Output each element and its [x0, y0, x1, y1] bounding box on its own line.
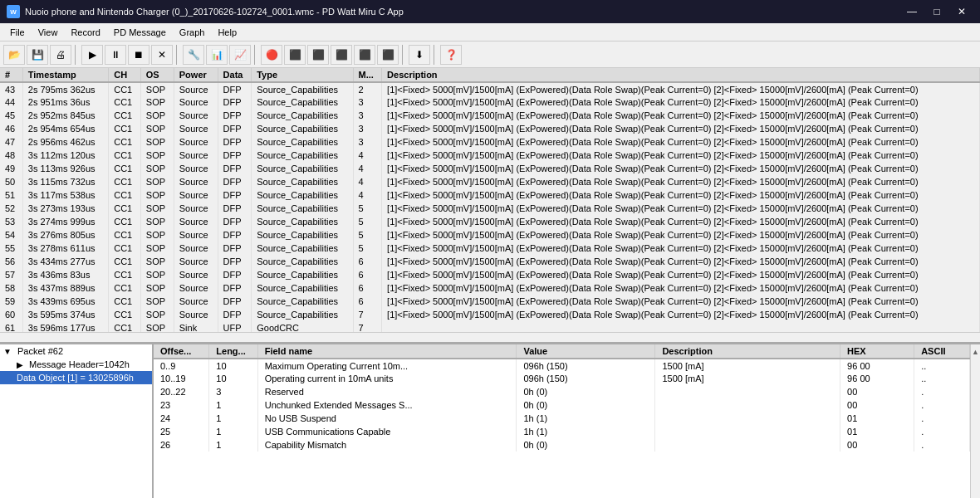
toolbar-button-15[interactable]: ⬛ [307, 45, 329, 65]
menu-item-help[interactable]: Help [211, 26, 243, 39]
cell-6: Source_Capabilities [252, 281, 353, 295]
tree-data-object[interactable]: Data Object [1] = 13025896h [0, 371, 152, 384]
table-row[interactable]: 503s 115ms 732usCC1SOPSourceDFPSource_Ca… [0, 175, 980, 188]
toolbar-button-1[interactable]: 💾 [27, 45, 48, 65]
table-row[interactable]: 452s 952ms 845usCC1SOPSourceDFPSource_Ca… [0, 109, 980, 122]
cell-4: Source [174, 175, 218, 188]
toolbar-separator [254, 45, 257, 65]
fcol-value: Value [517, 344, 655, 359]
field-table: Offse... Leng... Field name Value Descri… [154, 344, 970, 452]
toolbar-button-13[interactable]: 🔴 [261, 45, 282, 65]
field-row[interactable]: 261Capability Mismatch0h (0)00. [154, 438, 970, 452]
table-row[interactable]: 533s 274ms 999usCC1SOPSourceDFPSource_Ca… [0, 215, 980, 228]
table-row[interactable]: 603s 595ms 374usCC1SOPSourceDFPSource_Ca… [0, 308, 980, 321]
title-bar: W Nuoio phone and Nintendo Charger (0_)_… [0, 0, 980, 23]
col-ch: CH [109, 68, 141, 82]
cell-3: SOP [140, 135, 174, 149]
toolbar-button-22[interactable]: ❓ [440, 45, 462, 65]
field-cell-0: 20..22 [154, 385, 209, 398]
cell-6: Source_Capabilities [252, 175, 353, 188]
table-row[interactable]: 483s 112ms 120usCC1SOPSourceDFPSource_Ca… [0, 149, 980, 162]
cell-4: Source [174, 135, 218, 149]
menu-item-graph[interactable]: Graph [173, 26, 212, 39]
cell-5: DFP [218, 215, 252, 228]
tree-packet-item[interactable]: ▼ Packet #62 [0, 344, 152, 358]
table-row[interactable]: 543s 276ms 805usCC1SOPSourceDFPSource_Ca… [0, 228, 980, 242]
close-button[interactable]: ✕ [950, 3, 973, 20]
cell-8: [1]<Fixed> 5000[mV]/1500[mA] (ExPowered)… [382, 175, 980, 188]
table-row[interactable]: 462s 954ms 654usCC1SOPSourceDFPSource_Ca… [0, 122, 980, 135]
cell-3: SOP [140, 109, 174, 122]
field-cell-5: 01 [840, 425, 914, 438]
tree-message-header[interactable]: ▶ Message Header=1042h [0, 358, 152, 371]
table-row[interactable]: 513s 117ms 538usCC1SOPSourceDFPSource_Ca… [0, 188, 980, 202]
field-cell-1: 1 [209, 412, 257, 425]
toolbar-button-14[interactable]: ⬛ [284, 45, 306, 65]
toolbar-button-17[interactable]: ⬛ [354, 45, 375, 65]
cell-2: CC1 [109, 109, 141, 122]
menu-item-record[interactable]: Record [64, 26, 106, 39]
cell-6: Source_Capabilities [252, 95, 353, 109]
toolbar-button-16[interactable]: ⬛ [331, 45, 352, 65]
cell-8: [1]<Fixed> 5000[mV]/1500[mA] (ExPowered)… [382, 162, 980, 175]
toolbar-button-0[interactable]: 📂 [3, 45, 25, 65]
table-row[interactable]: 493s 113ms 926usCC1SOPSourceDFPSource_Ca… [0, 162, 980, 175]
maximize-button[interactable]: □ [925, 3, 948, 20]
cell-5: DFP [218, 109, 252, 122]
menu-item-pd message[interactable]: PD Message [107, 26, 173, 39]
table-row[interactable]: 432s 795ms 362usCC1SOPSourceDFPSource_Ca… [0, 82, 980, 95]
field-row[interactable]: 251USB Communications Capable1h (1)01. [154, 425, 970, 438]
toolbar-button-9[interactable]: 🔧 [183, 45, 204, 65]
field-row[interactable]: 20..223Reserved0h (0)00. [154, 385, 970, 398]
field-row[interactable]: 231Unchunked Extended Messages S...0h (0… [154, 398, 970, 412]
toolbar-button-2[interactable]: 🖨 [50, 45, 71, 65]
cell-0: 44 [0, 95, 22, 109]
toolbar-button-5[interactable]: ⏸ [105, 45, 126, 65]
table-row[interactable]: 472s 956ms 462usCC1SOPSourceDFPSource_Ca… [0, 135, 980, 149]
field-row[interactable]: 0..910Maximum Operating Current 10m...09… [154, 359, 970, 372]
toolbar-button-7[interactable]: ✕ [151, 45, 173, 65]
toolbar-button-11[interactable]: 📈 [229, 45, 251, 65]
toolbar-button-20[interactable]: ⬇ [409, 45, 430, 65]
table-row[interactable]: 583s 437ms 889usCC1SOPSourceDFPSource_Ca… [0, 281, 980, 295]
table-row[interactable]: 442s 951ms 36usCC1SOPSourceDFPSource_Cap… [0, 95, 980, 109]
tree-toggle-icon[interactable]: ▼ [3, 347, 12, 356]
packet-table-container[interactable]: # Timestamp CH OS Power Data Type M... D… [0, 68, 980, 332]
cell-1: 3s 439ms 695us [22, 295, 108, 308]
table-row[interactable]: 613s 596ms 177usCC1SOPSinkUFPGoodCRC7 [0, 321, 980, 332]
menu-item-view[interactable]: View [32, 26, 65, 39]
toolbar-button-18[interactable]: ⬛ [377, 45, 399, 65]
menu-item-file[interactable]: File [3, 26, 32, 39]
fcol-desc: Description [655, 344, 840, 359]
field-row[interactable]: 10..1910Operating current in 10mA units0… [154, 372, 970, 385]
cell-4: Source [174, 308, 218, 321]
field-table-container[interactable]: Offse... Leng... Field name Value Descri… [154, 344, 970, 498]
cell-5: DFP [218, 188, 252, 202]
field-cell-0: 0..9 [154, 359, 209, 372]
minimize-button[interactable]: — [900, 3, 924, 20]
toolbar-button-4[interactable]: ▶ [81, 45, 103, 65]
table-row[interactable]: 553s 278ms 611usCC1SOPSourceDFPSource_Ca… [0, 242, 980, 255]
main-content: # Timestamp CH OS Power Data Type M... D… [0, 68, 980, 498]
field-cell-5: 96 00 [840, 372, 914, 385]
toolbar-button-6[interactable]: ⏹ [128, 45, 149, 65]
table-row[interactable]: 523s 273ms 193usCC1SOPSourceDFPSource_Ca… [0, 202, 980, 215]
scroll-indicator[interactable]: ▲ [970, 344, 980, 498]
table-row[interactable]: 573s 436ms 83usCC1SOPSourceDFPSource_Cap… [0, 268, 980, 281]
packet-tree[interactable]: ▼ Packet #62 ▶ Message Header=1042h Data… [0, 344, 154, 498]
table-row[interactable]: 563s 434ms 277usCC1SOPSourceDFPSource_Ca… [0, 255, 980, 268]
cell-4: Source [174, 109, 218, 122]
cell-5: DFP [218, 82, 252, 95]
tree-toggle-msg[interactable]: ▶ [17, 360, 23, 369]
cell-2: CC1 [109, 162, 141, 175]
cell-4: Source [174, 268, 218, 281]
toolbar-button-10[interactable]: 📊 [206, 45, 228, 65]
cell-4: Source [174, 149, 218, 162]
cell-3: SOP [140, 149, 174, 162]
cell-2: CC1 [109, 175, 141, 188]
field-cell-0: 10..19 [154, 372, 209, 385]
table-row[interactable]: 593s 439ms 695usCC1SOPSourceDFPSource_Ca… [0, 295, 980, 308]
field-cell-1: 10 [209, 359, 257, 372]
cell-4: Sink [174, 321, 218, 332]
field-row[interactable]: 241No USB Suspend1h (1)01. [154, 412, 970, 425]
